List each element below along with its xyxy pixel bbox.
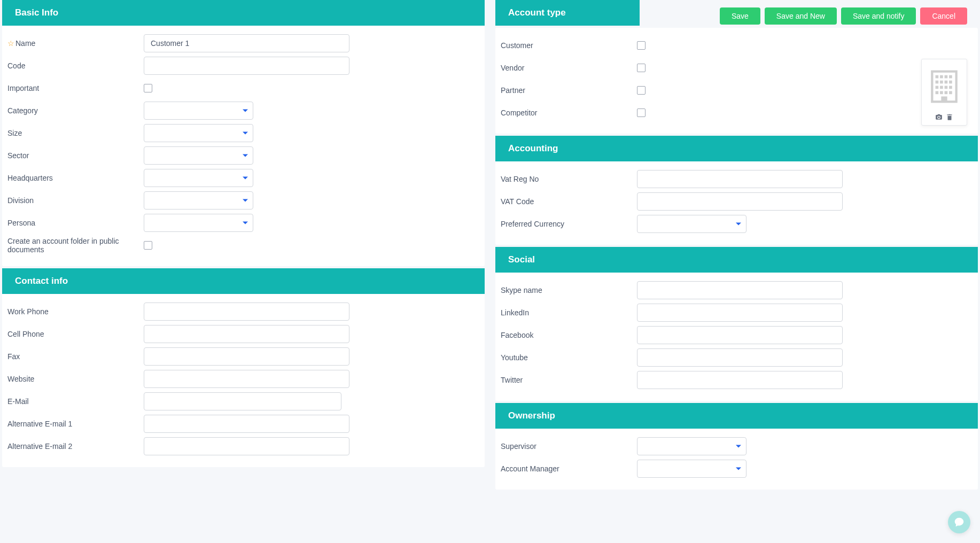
section-header-account-type: Account type xyxy=(495,0,640,26)
headquarters-select[interactable] xyxy=(144,169,253,187)
svg-rect-17 xyxy=(941,96,947,102)
work-phone-input[interactable] xyxy=(144,302,349,321)
account-manager-select[interactable] xyxy=(637,460,746,478)
alt-email-2-input[interactable] xyxy=(144,437,349,455)
vat-reg-no-input[interactable] xyxy=(637,170,843,188)
division-select[interactable] xyxy=(144,191,253,210)
label-important: Important xyxy=(7,84,39,92)
label-category: Category xyxy=(7,106,38,115)
building-icon xyxy=(924,62,964,111)
email-input[interactable] xyxy=(144,392,341,410)
save-and-notify-button[interactable]: Save and notify xyxy=(841,7,916,25)
trash-icon[interactable] xyxy=(946,113,953,122)
label-competitor: Competitor xyxy=(501,108,537,117)
camera-icon[interactable] xyxy=(935,113,943,122)
important-checkbox[interactable] xyxy=(144,84,152,92)
label-skype: Skype name xyxy=(501,286,542,294)
label-email: E-Mail xyxy=(7,397,29,406)
twitter-input[interactable] xyxy=(637,371,843,389)
action-bar: Save Save and New Save and notify Cancel xyxy=(720,0,967,32)
svg-rect-16 xyxy=(949,91,952,95)
label-supervisor: Supervisor xyxy=(501,442,536,451)
label-facebook: Facebook xyxy=(501,331,533,339)
svg-rect-8 xyxy=(949,81,952,84)
label-headquarters: Headquarters xyxy=(7,174,53,182)
size-select[interactable] xyxy=(144,124,253,142)
svg-rect-12 xyxy=(949,86,952,89)
label-alt-email-2: Alternative E-mail 2 xyxy=(7,442,72,451)
label-cell-phone: Cell Phone xyxy=(7,330,44,338)
section-header-ownership: Ownership xyxy=(495,403,978,429)
label-create-folder: Create an account folder in public docum… xyxy=(7,237,144,254)
logo-upload-box xyxy=(921,59,967,126)
label-alt-email-1: Alternative E-mail 1 xyxy=(7,420,72,428)
youtube-input[interactable] xyxy=(637,348,843,367)
label-code: Code xyxy=(7,61,25,70)
label-partner: Partner xyxy=(501,86,525,95)
label-persona: Persona xyxy=(7,219,35,227)
svg-rect-2 xyxy=(940,75,943,79)
label-fax: Fax xyxy=(7,352,20,361)
label-twitter: Twitter xyxy=(501,376,523,384)
label-name: Name xyxy=(15,39,35,48)
section-header-accounting: Accounting xyxy=(495,136,978,161)
section-header-basic-info: Basic Info xyxy=(2,0,485,26)
section-social: Social Skype name LinkedIn Facebook Yout… xyxy=(495,247,978,401)
label-customer: Customer xyxy=(501,41,533,50)
label-size: Size xyxy=(7,129,22,137)
code-input[interactable] xyxy=(144,57,349,75)
required-star-icon: ☆ xyxy=(7,39,14,48)
section-basic-info: Basic Info ☆Name Code Important Category… xyxy=(2,0,485,266)
create-folder-checkbox[interactable] xyxy=(144,241,152,250)
category-select[interactable] xyxy=(144,102,253,120)
facebook-input[interactable] xyxy=(637,326,843,344)
svg-rect-4 xyxy=(949,75,952,79)
label-work-phone: Work Phone xyxy=(7,307,49,316)
persona-select[interactable] xyxy=(144,214,253,232)
partner-checkbox[interactable] xyxy=(637,86,645,95)
fax-input[interactable] xyxy=(144,347,349,366)
save-button[interactable]: Save xyxy=(720,7,760,25)
supervisor-select[interactable] xyxy=(637,437,746,455)
right-column: Account type Customer Vendor Partner Com… xyxy=(495,0,978,491)
svg-rect-11 xyxy=(945,86,948,89)
section-account-type-body: Customer Vendor Partner Competitor xyxy=(495,28,978,134)
linkedin-input[interactable] xyxy=(637,304,843,322)
sector-select[interactable] xyxy=(144,146,253,165)
svg-rect-6 xyxy=(940,81,943,84)
left-column: Basic Info ☆Name Code Important Category… xyxy=(2,0,485,491)
skype-input[interactable] xyxy=(637,281,843,299)
cell-phone-input[interactable] xyxy=(144,325,349,343)
alt-email-1-input[interactable] xyxy=(144,415,349,433)
cancel-button[interactable]: Cancel xyxy=(920,7,967,25)
save-and-new-button[interactable]: Save and New xyxy=(765,7,837,25)
section-accounting: Accounting Vat Reg No VAT Code Preferred… xyxy=(495,136,978,245)
svg-rect-5 xyxy=(936,81,939,84)
section-ownership: Ownership Supervisor Account Manager xyxy=(495,403,978,490)
label-account-manager: Account Manager xyxy=(501,464,559,473)
section-account-type: Account type xyxy=(495,0,640,26)
preferred-currency-select[interactable] xyxy=(637,215,746,233)
label-linkedin: LinkedIn xyxy=(501,308,529,317)
label-sector: Sector xyxy=(7,151,29,160)
label-preferred-currency: Preferred Currency xyxy=(501,220,564,228)
svg-rect-9 xyxy=(936,86,939,89)
svg-rect-15 xyxy=(945,91,948,95)
svg-rect-7 xyxy=(945,81,948,84)
section-header-social: Social xyxy=(495,247,978,273)
website-input[interactable] xyxy=(144,370,349,388)
competitor-checkbox[interactable] xyxy=(637,108,645,117)
section-header-contact-info: Contact info xyxy=(2,268,485,294)
label-vat-reg-no: Vat Reg No xyxy=(501,175,539,183)
name-input[interactable] xyxy=(144,34,349,52)
vat-code-input[interactable] xyxy=(637,192,843,211)
vendor-checkbox[interactable] xyxy=(637,64,645,72)
svg-rect-1 xyxy=(936,75,939,79)
svg-rect-10 xyxy=(940,86,943,89)
customer-checkbox[interactable] xyxy=(637,41,645,50)
svg-rect-3 xyxy=(945,75,948,79)
label-vat-code: VAT Code xyxy=(501,197,534,206)
label-youtube: Youtube xyxy=(501,353,528,362)
label-website: Website xyxy=(7,375,34,383)
label-vendor: Vendor xyxy=(501,64,524,72)
